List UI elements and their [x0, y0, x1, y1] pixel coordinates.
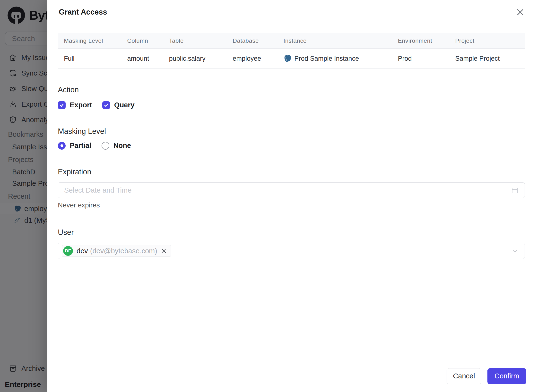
cell-database: employee	[227, 49, 278, 69]
action-options: Export Query	[58, 101, 525, 109]
col-header-environment: Environment	[392, 33, 450, 49]
col-header-column: Column	[121, 33, 163, 49]
instance-name: Prod Sample Instance	[294, 55, 359, 62]
chevron-down-icon[interactable]	[511, 247, 519, 255]
action-heading: Action	[58, 85, 525, 94]
expiration-date-input[interactable]: Select Date and Time	[58, 182, 525, 198]
app-root: Bytebase Search My Issues Sync Schema	[0, 0, 537, 392]
cell-instance: Prod Sample Instance	[278, 49, 392, 69]
user-email: (dev@bytebase.com)	[90, 247, 157, 255]
modal-title: Grant Access	[59, 8, 107, 17]
none-radio[interactable]	[102, 142, 109, 150]
export-label[interactable]: Export	[70, 101, 92, 109]
masking-options: Partial None	[58, 142, 525, 150]
close-icon[interactable]	[516, 8, 525, 17]
cell-environment: Prod	[392, 49, 450, 69]
user-tag: DE dev (dev@bytebase.com)	[62, 245, 171, 257]
col-header-project: Project	[450, 33, 525, 49]
expiration-note: Never expires	[58, 201, 525, 209]
col-header-database: Database	[227, 33, 278, 49]
cell-column: amount	[121, 49, 163, 69]
query-label[interactable]: Query	[114, 101, 135, 109]
query-checkbox[interactable]	[102, 101, 110, 109]
modal-header: Grant Access	[47, 0, 537, 24]
cell-project: Sample Project	[450, 49, 525, 69]
export-checkbox[interactable]	[58, 101, 66, 109]
cancel-button[interactable]: Cancel	[447, 368, 481, 384]
check-icon	[59, 103, 64, 108]
cell-masking-level: Full	[58, 49, 121, 69]
expiration-heading: Expiration	[58, 168, 525, 176]
masking-level-heading: Masking Level	[58, 127, 525, 136]
cell-table: public.salary	[163, 49, 227, 69]
date-input-placeholder: Select Date and Time	[64, 186, 131, 194]
postgres-icon	[284, 54, 292, 63]
avatar: DE	[63, 246, 73, 256]
user-select[interactable]: DE dev (dev@bytebase.com)	[58, 243, 525, 259]
check-icon	[104, 103, 109, 108]
table-header-row: Masking Level Column Table Database Inst…	[58, 33, 525, 49]
calendar-icon[interactable]	[511, 187, 519, 194]
confirm-button[interactable]: Confirm	[487, 368, 526, 384]
modal-body: Masking Level Column Table Database Inst…	[47, 24, 537, 360]
col-header-table: Table	[163, 33, 227, 49]
user-heading: User	[58, 228, 525, 237]
remove-user-icon[interactable]	[161, 248, 167, 254]
col-header-masking-level: Masking Level	[58, 33, 121, 49]
table-row: Full amount public.salary employee	[58, 49, 525, 69]
modal-backdrop[interactable]	[0, 0, 47, 392]
user-name: dev	[77, 247, 88, 255]
modal-footer: Cancel Confirm	[47, 360, 537, 392]
masking-access-table: Masking Level Column Table Database Inst…	[58, 33, 525, 69]
partial-label[interactable]: Partial	[70, 142, 91, 150]
partial-radio[interactable]	[58, 142, 66, 150]
col-header-instance: Instance	[278, 33, 392, 49]
none-label[interactable]: None	[113, 142, 131, 150]
grant-access-modal: Grant Access Masking Level Column Table …	[47, 0, 537, 392]
